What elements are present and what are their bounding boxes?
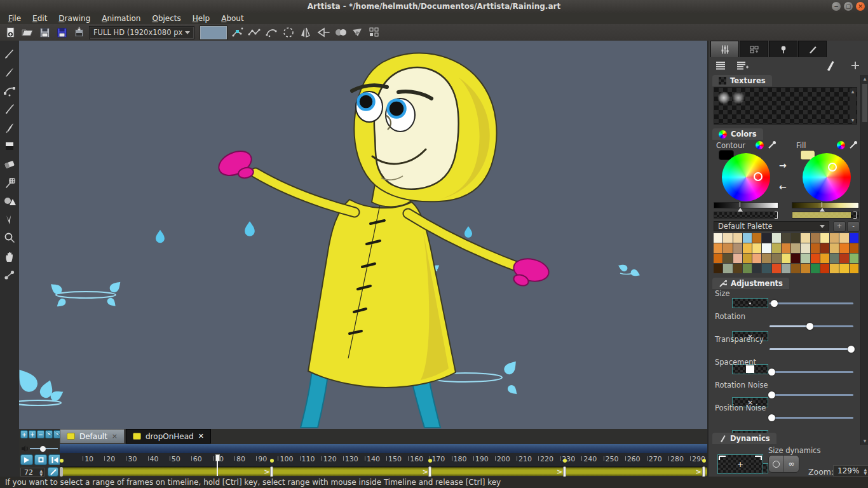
palette-swatch-r3c1[interactable] — [714, 254, 722, 263]
keyframe-marker-296[interactable] — [702, 466, 705, 477]
palette-swatch-r2c2[interactable] — [723, 243, 732, 253]
keyframe-dot-232[interactable] — [563, 459, 567, 463]
blend-circles-tool[interactable] — [333, 25, 347, 39]
palette-add-button[interactable]: + — [833, 221, 846, 232]
resolution-select[interactable]: FULL HD (1920x1080 px) — [89, 26, 194, 39]
dynamics-infinite-button[interactable]: ∞ — [783, 456, 799, 472]
adjustment-track-3[interactable] — [770, 371, 853, 373]
palette-swatch-r1c1[interactable] — [714, 233, 722, 243]
stop-button[interactable] — [34, 454, 47, 465]
play-button[interactable] — [20, 454, 33, 465]
palette-swatch-r4c4[interactable] — [743, 264, 752, 273]
adjustment-handle-0[interactable] — [771, 300, 778, 307]
palette-swatch-r2c12[interactable] — [820, 243, 829, 253]
add-brush-icon[interactable] — [847, 58, 864, 73]
timeline-tab-dropOnHead[interactable]: dropOnHead✕ — [126, 429, 211, 444]
deform-tool[interactable] — [350, 25, 364, 39]
palette-swatch-r3c12[interactable] — [820, 254, 829, 263]
frame-counter-spinner[interactable]: 72 ▲▼ — [20, 468, 44, 477]
eraser-block-tool-icon[interactable] — [3, 140, 17, 152]
tab-close-icon[interactable]: ✕ — [198, 432, 204, 440]
contour-dropper-icon[interactable] — [767, 140, 777, 150]
palette-swatch-r1c14[interactable] — [839, 233, 848, 243]
palette-swatch-r3c4[interactable] — [743, 254, 752, 263]
fill-alpha-handle[interactable] — [853, 212, 857, 219]
palette-swatch-r1c11[interactable] — [811, 233, 820, 243]
brush-tool-icon[interactable] — [3, 67, 17, 78]
menu-drawing[interactable]: Drawing — [53, 13, 96, 24]
palette-swatch-r2c14[interactable] — [839, 243, 848, 253]
keyframe-marker-170[interactable] — [428, 466, 431, 477]
palette-swatch-r2c7[interactable] — [772, 243, 781, 253]
title-bar[interactable]: Arttista - */home/helmuth/Documentos/Art… — [0, 0, 868, 13]
flip-horizontal-tool[interactable] — [316, 25, 330, 39]
adjustment-curve-box-0[interactable] — [732, 298, 768, 308]
textures-list[interactable]: ▲ ▼ — [714, 87, 857, 125]
adjustment-track-4[interactable] — [770, 394, 853, 396]
palette-swatch-r4c3[interactable] — [733, 264, 742, 273]
zoom-tool-icon[interactable] — [3, 233, 17, 244]
palette-swatch-r1c3[interactable] — [733, 233, 742, 243]
palette-swatch-r3c11[interactable] — [811, 254, 820, 263]
palette-swatch-r3c8[interactable] — [782, 254, 790, 263]
adjustment-track-5[interactable] — [770, 417, 853, 419]
save-button[interactable] — [37, 25, 51, 39]
palette-swatch-r3c5[interactable] — [752, 254, 761, 263]
menu-edit[interactable]: Edit — [27, 13, 53, 24]
pencil-tool-icon[interactable] — [3, 104, 17, 115]
copy-to-contour-arrow[interactable]: ← — [779, 182, 787, 192]
fill-value-bar[interactable] — [792, 202, 859, 208]
menu-animation[interactable]: Animation — [96, 13, 146, 24]
contour-wheel-icon[interactable] — [756, 141, 764, 149]
panel-scrollbar[interactable]: ▲ ▼ — [860, 75, 868, 445]
palette-swatch-r1c5[interactable] — [752, 233, 761, 243]
palette-swatch-r4c7[interactable] — [772, 264, 781, 273]
menu-file[interactable]: File — [3, 13, 27, 24]
keyframe-dot-97[interactable] — [270, 459, 274, 463]
add-frame-button[interactable]: + — [20, 430, 28, 438]
palette-swatch-r4c5[interactable] — [752, 264, 761, 273]
adjustment-handle-4[interactable] — [768, 391, 775, 398]
new-document-button[interactable] — [3, 25, 17, 39]
palette-swatch-r4c6[interactable] — [762, 264, 771, 273]
export-image-button[interactable] — [72, 25, 86, 39]
maximize-button[interactable]: ▢ — [844, 2, 853, 11]
adjustment-handle-1[interactable] — [806, 323, 813, 330]
palette-swatch-r2c5[interactable] — [752, 243, 761, 253]
palette-swatch-r2c3[interactable] — [733, 243, 742, 253]
skip-to-start-button[interactable] — [48, 454, 61, 465]
palette-swatch-r3c15[interactable] — [850, 254, 858, 263]
shapes-tool-icon[interactable] — [3, 196, 17, 207]
panel-scroll-up-icon[interactable]: ▲ — [862, 76, 867, 81]
palette-swatch-r4c15[interactable] — [850, 264, 858, 273]
keyframe-dot-0[interactable] — [60, 459, 64, 463]
menu-about[interactable]: About — [215, 13, 250, 24]
palette-swatch-r1c6[interactable] — [762, 233, 771, 243]
contour-alpha-handle[interactable] — [775, 212, 778, 219]
contour-wheel-selector[interactable] — [754, 172, 763, 181]
palette-swatch-r1c9[interactable] — [791, 233, 800, 243]
palette-swatch-r1c8[interactable] — [782, 233, 790, 243]
keyframe-dot-296[interactable] — [702, 459, 706, 463]
palette-swatch-r3c7[interactable] — [772, 254, 781, 263]
tab-frames[interactable] — [740, 41, 768, 57]
palette-swatch-r2c11[interactable] — [811, 243, 820, 253]
palette-remove-button[interactable]: - — [847, 221, 860, 232]
scroll-down-icon[interactable]: ▼ — [850, 118, 855, 123]
size-dynamics-curve-box[interactable]: + — [717, 454, 763, 474]
adjustment-handle-5[interactable] — [768, 414, 775, 421]
palette-swatch-r1c15[interactable] — [850, 233, 858, 243]
palette-swatch-r4c1[interactable] — [714, 264, 722, 273]
scroll-up-icon[interactable]: ▲ — [850, 89, 855, 94]
panel-scroll-down-icon[interactable]: ▼ — [862, 438, 867, 444]
close-button[interactable]: ✕ — [856, 2, 865, 11]
palette-swatch-r2c4[interactable] — [743, 243, 752, 253]
sprite-grid-tool[interactable] — [367, 25, 381, 39]
pen-icon[interactable] — [822, 58, 838, 73]
eraser-tool-icon[interactable] — [3, 159, 17, 170]
palette-swatch-r4c9[interactable] — [791, 264, 800, 273]
palette-swatch-r4c8[interactable] — [782, 264, 790, 273]
onion-pencil-button[interactable] — [48, 467, 58, 477]
palette-swatch-r4c10[interactable] — [801, 264, 810, 273]
palette-swatch-r3c14[interactable] — [839, 254, 848, 263]
